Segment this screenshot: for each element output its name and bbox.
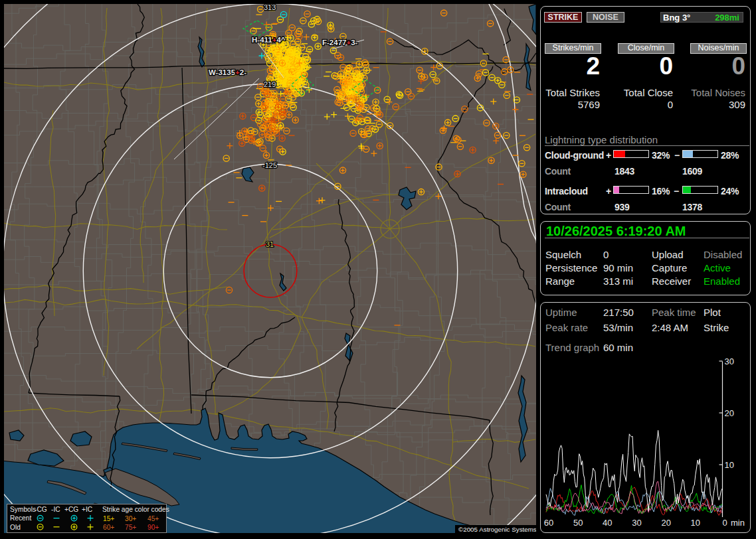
svg-text:W-3135+2-: W-3135+2- <box>209 68 246 76</box>
svg-text:30: 30 <box>632 518 641 528</box>
svg-text:Old: Old <box>10 524 21 531</box>
svg-text:313: 313 <box>264 4 276 11</box>
svg-text:40: 40 <box>603 518 612 528</box>
svg-text:-125: -125 <box>262 161 277 169</box>
svg-text:+CG: +CG <box>64 506 78 513</box>
svg-text:60+: 60+ <box>103 524 114 531</box>
svg-text:10: 10 <box>725 460 734 470</box>
svg-text:F-2477+3-: F-2477+3- <box>322 38 358 46</box>
svg-text:-CG: -CG <box>35 506 47 513</box>
svg-text:Strike age color codes: Strike age color codes <box>102 506 169 513</box>
svg-text:50: 50 <box>573 518 583 528</box>
svg-text:45+: 45+ <box>147 515 159 522</box>
svg-text:90+: 90+ <box>147 524 159 531</box>
svg-text:Recent: Recent <box>10 514 31 522</box>
svg-text:20: 20 <box>725 408 734 418</box>
svg-text:H-411+4^: H-411+4^ <box>252 36 286 44</box>
svg-text:0: 0 <box>722 518 727 528</box>
svg-text:min: min <box>731 518 745 528</box>
svg-text:219: 219 <box>264 80 276 88</box>
svg-text:31: 31 <box>266 240 274 248</box>
svg-text:30: 30 <box>725 356 734 366</box>
svg-text:75+: 75+ <box>125 524 136 531</box>
svg-text:30+: 30+ <box>125 515 136 522</box>
svg-text:©2005 Astrogenic Systems: ©2005 Astrogenic Systems <box>458 526 536 533</box>
svg-text:+IC: +IC <box>82 506 92 513</box>
svg-text:20: 20 <box>661 518 670 528</box>
svg-text:-IC: -IC <box>51 506 60 513</box>
svg-text:10: 10 <box>691 518 700 528</box>
svg-text:15+: 15+ <box>103 515 114 522</box>
svg-text:Symbols: Symbols <box>10 506 36 513</box>
svg-text:60: 60 <box>544 518 553 528</box>
